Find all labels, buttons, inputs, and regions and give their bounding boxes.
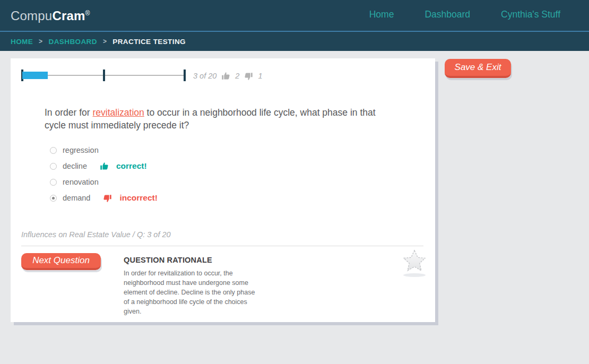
progress-fill	[22, 72, 48, 79]
option-label: renovation	[63, 178, 99, 186]
radio-button-renovation[interactable]	[50, 179, 57, 186]
radio-button-demand-selected[interactable]	[50, 195, 57, 202]
option-label: demand	[63, 194, 90, 202]
brand-bold-text: Cram	[52, 8, 85, 23]
radio-button-regression[interactable]	[50, 147, 57, 154]
option-label: decline	[63, 162, 87, 170]
correct-count: 2	[235, 72, 239, 80]
rationale-body: In order for revitalization to occur, th…	[124, 268, 259, 316]
thumbs-down-icon	[244, 72, 253, 81]
thumbs-up-icon	[221, 72, 230, 81]
thumbs-up-icon	[100, 162, 109, 171]
rationale-heading: QUESTION RATIONALE	[124, 256, 259, 264]
option-row-renovation[interactable]: renovation	[50, 174, 158, 190]
question-rationale: QUESTION RATIONALE In order for revitali…	[124, 256, 259, 316]
save-exit-button[interactable]: Save & Exit	[445, 59, 511, 78]
breadcrumb-separator: >	[39, 38, 42, 45]
question-stats: 3 of 20 2 1	[193, 71, 263, 81]
progress-bar	[22, 70, 185, 81]
nav-link-cynthias-stuff[interactable]: Cynthia's Stuff	[501, 9, 560, 20]
breadcrumb-current-page: PRACTICE TESTING	[112, 38, 186, 46]
breadcrumb-link-dashboard[interactable]: DASHBOARD	[49, 38, 97, 46]
option-row-demand[interactable]: demand incorrect!	[50, 190, 158, 206]
brand-light-text: Compu	[11, 8, 52, 23]
question-text: In order for revitalization to occur in …	[45, 106, 397, 132]
nav-links: Home Dashboard Cynthia's Stuff	[369, 9, 560, 20]
star-shadow	[403, 273, 426, 277]
nav-link-home[interactable]: Home	[369, 9, 394, 20]
incorrect-count: 1	[258, 72, 262, 80]
next-question-button[interactable]: Next Question	[21, 253, 101, 270]
breadcrumb-separator: >	[103, 38, 107, 45]
star-icon	[402, 249, 427, 273]
progress-label: 3 of 20	[193, 72, 216, 80]
incorrect-feedback-label: incorrect!	[119, 193, 158, 203]
breadcrumb-link-home[interactable]: HOME	[11, 38, 33, 46]
option-label: regression	[63, 146, 99, 154]
revitalization-term-link[interactable]: revitalization	[92, 107, 144, 118]
quiz-card: 3 of 20 2 1 In order for revitalization …	[11, 58, 435, 322]
registered-mark: ®	[85, 10, 90, 17]
answer-options: regression decline correct! renovation d…	[50, 142, 158, 206]
bookmark-star-icon[interactable]	[402, 249, 427, 278]
top-navbar: CompuCram® Home Dashboard Cynthia's Stuf…	[0, 0, 589, 31]
correct-feedback-label: correct!	[116, 161, 147, 171]
divider	[21, 246, 423, 246]
option-row-decline[interactable]: decline correct!	[50, 158, 158, 174]
thumbs-down-icon	[103, 194, 112, 203]
nav-link-dashboard[interactable]: Dashboard	[425, 9, 470, 20]
breadcrumb: HOME > DASHBOARD > PRACTICE TESTING	[0, 31, 589, 51]
option-row-regression[interactable]: regression	[50, 142, 158, 158]
category-progress-line: Influences on Real Estate Value / Q: 3 o…	[21, 230, 171, 239]
radio-button-decline[interactable]	[50, 163, 57, 170]
question-text-pre: In order for	[45, 107, 92, 118]
progress-tick-end	[184, 70, 186, 81]
progress-tick-middle	[103, 70, 105, 81]
brand-logo[interactable]: CompuCram®	[11, 8, 90, 23]
